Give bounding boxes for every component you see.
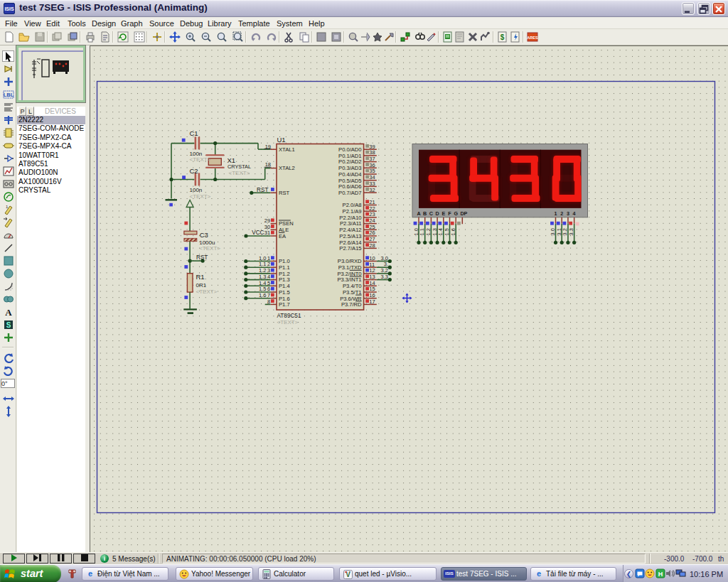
svg-text:DP: DP: [460, 210, 467, 217]
svg-text:12: 12: [369, 267, 375, 274]
svg-text:P0.5/AD5: P0.5/AD5: [338, 178, 362, 184]
svg-text:A: A: [417, 210, 420, 217]
svg-text:EA: EA: [279, 233, 287, 239]
svg-text:1000u: 1000u: [199, 239, 215, 246]
svg-text:1.6: 1.6: [450, 228, 456, 235]
svg-text:29: 29: [264, 217, 270, 224]
svg-text:32: 32: [369, 187, 375, 193]
svg-text:3.3: 3.3: [381, 274, 388, 280]
svg-text:100n: 100n: [190, 187, 203, 193]
svg-text:8: 8: [267, 298, 270, 305]
svg-text:P2.1/A9: P2.1/A9: [343, 208, 362, 215]
svg-text:3: 3: [267, 267, 270, 274]
svg-text:AT89C51: AT89C51: [277, 313, 301, 319]
svg-text:XTAL1: XTAL1: [279, 146, 295, 153]
svg-text:26: 26: [369, 230, 375, 236]
svg-text:D: D: [435, 210, 439, 217]
svg-text:35: 35: [369, 168, 375, 174]
svg-text:P3.6/WR: P3.6/WR: [340, 296, 362, 302]
svg-text:P1.3: P1.3: [279, 276, 290, 283]
svg-text:PSEN: PSEN: [279, 220, 294, 227]
svg-text:6: 6: [267, 286, 270, 292]
svg-text:<TEXT>: <TEXT>: [199, 245, 220, 252]
svg-text:1.5: 1.5: [259, 286, 266, 292]
svg-text:F: F: [448, 210, 451, 217]
svg-text:13: 13: [369, 274, 375, 280]
svg-text:22: 22: [369, 205, 375, 212]
svg-text:RST: RST: [196, 254, 208, 261]
svg-text:P1.2: P1.2: [279, 271, 290, 277]
svg-text:P0.2/AD2: P0.2/AD2: [338, 158, 362, 165]
svg-text:ALE: ALE: [279, 227, 289, 233]
svg-text:23: 23: [369, 211, 375, 217]
svg-text:C2: C2: [190, 167, 198, 175]
svg-text:1.2: 1.2: [425, 228, 432, 235]
svg-text:R1: R1: [196, 273, 205, 281]
svg-text:1.3: 1.3: [432, 228, 438, 235]
svg-text:24: 24: [369, 217, 375, 224]
svg-text:21: 21: [369, 199, 375, 205]
svg-text:H: H: [658, 571, 663, 578]
svg-text:1.1: 1.1: [419, 228, 425, 235]
svg-text:X1: X1: [228, 156, 236, 164]
svg-text:P2.5/A13: P2.5/A13: [339, 233, 361, 239]
svg-text:14: 14: [369, 280, 375, 286]
svg-text:P3.7/RD: P3.7/RD: [341, 301, 362, 308]
svg-text:C: C: [429, 210, 433, 217]
svg-text:11: 11: [369, 262, 375, 268]
svg-text:10: 10: [369, 255, 375, 262]
svg-text:RST: RST: [279, 190, 290, 196]
svg-text:39: 39: [369, 144, 375, 150]
svg-text:E: E: [441, 210, 445, 217]
svg-text:U1: U1: [277, 136, 286, 144]
svg-text:3.0: 3.0: [381, 255, 388, 262]
svg-text:CRYSTAL: CRYSTAL: [228, 163, 251, 170]
svg-text:ARES: ARES: [527, 36, 538, 40]
svg-text:P0.3/AD3: P0.3/AD3: [338, 165, 362, 171]
svg-text:2: 2: [267, 261, 270, 267]
svg-text:P0.1/AD1: P0.1/AD1: [338, 153, 362, 159]
svg-text:XTAL2: XTAL2: [279, 165, 295, 171]
svg-text:37: 37: [369, 156, 375, 162]
svg-text:1.4: 1.4: [437, 228, 444, 235]
svg-text:3.3: 3.3: [568, 228, 574, 235]
svg-text:<TEXT>: <TEXT>: [190, 156, 211, 163]
svg-text:P0.6/AD6: P0.6/AD6: [338, 183, 362, 190]
svg-text:0R1: 0R1: [196, 282, 207, 289]
svg-text:P3.0/RXD: P3.0/RXD: [338, 258, 362, 264]
svg-text:P0.0/AD0: P0.0/AD0: [338, 146, 362, 153]
svg-text:3: 3: [567, 210, 569, 217]
svg-text:P1.1: P1.1: [279, 264, 290, 271]
svg-text:15: 15: [369, 286, 375, 292]
svg-text:P1.7: P1.7: [279, 301, 290, 308]
svg-text:4: 4: [573, 210, 576, 217]
svg-text:P2.7/A15: P2.7/A15: [339, 245, 361, 252]
svg-text:17: 17: [369, 298, 375, 305]
svg-text:$: $: [500, 33, 504, 41]
svg-text:25: 25: [369, 224, 375, 230]
svg-text:7: 7: [267, 292, 270, 298]
svg-text:3.2: 3.2: [562, 228, 568, 235]
svg-text:P2.2/A10: P2.2/A10: [339, 215, 361, 221]
svg-text:5: 5: [267, 280, 270, 286]
svg-text:27: 27: [369, 236, 375, 242]
svg-text:3.2: 3.2: [381, 267, 388, 274]
svg-text:P0.7/AD7: P0.7/AD7: [338, 190, 362, 196]
svg-text:S: S: [6, 321, 11, 329]
svg-text:1: 1: [267, 255, 270, 262]
svg-text:LBL: LBL: [3, 92, 14, 98]
svg-text:P1.0: P1.0: [279, 258, 290, 264]
svg-text:1.6: 1.6: [259, 292, 266, 298]
svg-text:1.5: 1.5: [444, 228, 450, 235]
svg-text:3.: 3.: [384, 261, 388, 267]
svg-text:P3.1/TXD: P3.1/TXD: [338, 264, 362, 271]
svg-text:C3: C3: [200, 231, 208, 239]
svg-text:P3.5/T1: P3.5/T1: [343, 289, 362, 296]
svg-text:<TEXT>: <TEXT>: [277, 319, 299, 325]
svg-text:P2.4/A12: P2.4/A12: [339, 227, 361, 233]
svg-text:2: 2: [560, 210, 563, 217]
svg-text:C1: C1: [190, 129, 198, 137]
svg-text:3.1: 3.1: [556, 228, 562, 235]
svg-text:1.3: 1.3: [259, 274, 266, 280]
svg-text:33: 33: [369, 180, 375, 187]
